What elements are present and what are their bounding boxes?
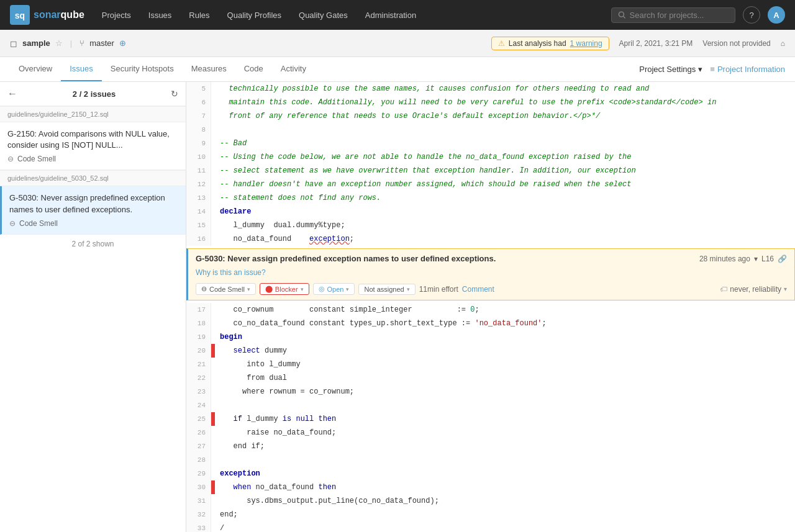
- code-line: 23 where rownum = co_rownum;: [186, 385, 795, 399]
- project-info-button[interactable]: ≡ Project Information: [710, 65, 785, 74]
- branch-add-icon[interactable]: ⊕: [119, 38, 126, 48]
- tags-icon: 🏷: [720, 285, 727, 294]
- nav-rules[interactable]: Rules: [181, 0, 217, 30]
- logo[interactable]: sq sonarqube: [10, 5, 84, 25]
- star-icon[interactable]: ☆: [55, 38, 63, 48]
- tags-section: 🏷 never, reliability ▾: [720, 285, 787, 294]
- nav-quality-profiles[interactable]: Quality Profiles: [220, 0, 289, 30]
- nav-quality-gates[interactable]: Quality Gates: [291, 0, 355, 30]
- issue-popup-title: G-5030: Never assign predefined exceptio…: [196, 254, 496, 263]
- code-line: 33/: [186, 521, 795, 532]
- issue-link-icon[interactable]: 🔗: [778, 255, 787, 263]
- status-icon: ◎: [319, 285, 325, 293]
- blocker-icon: ⬤: [265, 285, 273, 293]
- code-smell-icon-1: ⊖: [7, 155, 14, 163]
- tab-code[interactable]: Code: [235, 57, 272, 81]
- issue-title-2: G-5030: Never assign predefined exceptio…: [9, 192, 178, 215]
- sidebar-header: ← 2 / 2 issues ↻: [0, 82, 186, 106]
- code-line: 26 raise no_data_found;: [186, 426, 795, 440]
- svg-line-3: [624, 16, 625, 18]
- code-line: 18 co_no_data_found constant types_up.sh…: [186, 317, 795, 330]
- code-line: 28: [186, 453, 795, 467]
- status-chevron-icon: ▾: [346, 286, 349, 292]
- code-line: 25 if l_dummy is null then: [186, 412, 795, 426]
- code-line: 12-- handler doesn't have an exception n…: [186, 178, 795, 191]
- branch-icon: ⑂: [80, 38, 84, 48]
- code-line: 24: [186, 399, 795, 412]
- effort-text: 11min effort: [419, 285, 458, 294]
- assignee-chevron-icon: ▾: [407, 286, 410, 292]
- tab-measures[interactable]: Measures: [183, 57, 235, 81]
- tags-chevron-icon[interactable]: ▾: [784, 286, 787, 292]
- issue-popup-actions: ⊖ Code Smell ▾ ⬤ Blocker ▾ ◎ Open ▾ Not …: [188, 281, 794, 300]
- project-settings-button[interactable]: Project Settings ▾: [639, 65, 702, 74]
- chevron-down-icon[interactable]: ▾: [754, 255, 758, 263]
- issue-type-label-2: Code Smell: [19, 219, 58, 228]
- svg-text:sq: sq: [15, 11, 25, 20]
- code-line: 29exception: [186, 467, 795, 480]
- version-text: Version not provided: [702, 39, 770, 48]
- help-button[interactable]: ?: [743, 6, 760, 24]
- warning-link[interactable]: 1 warning: [570, 39, 602, 48]
- issue-type-label-1: Code Smell: [17, 155, 56, 163]
- code-line: 9-- Bad: [186, 137, 795, 150]
- issue-line-ref: L16: [761, 255, 774, 263]
- comment-button[interactable]: Comment: [462, 285, 494, 294]
- warning-text: Last analysis had: [509, 39, 566, 48]
- warning-badge: ⚠ Last analysis had 1 warning: [491, 37, 609, 50]
- nav-projects[interactable]: Projects: [94, 0, 139, 30]
- tab-overview[interactable]: Overview: [10, 57, 61, 81]
- back-button[interactable]: ←: [7, 88, 17, 99]
- project-icon: ◻: [10, 38, 17, 48]
- severity-chevron-icon: ▾: [301, 286, 304, 292]
- why-issue-link[interactable]: Why is this an issue?: [188, 268, 794, 281]
- code-line: 7 front of any reference that needs to u…: [186, 109, 795, 123]
- issue-file-2: guidelines/guideline_5030_52.sql: [0, 170, 186, 186]
- issue-popup: G-5030: Never assign predefined exceptio…: [186, 248, 795, 300]
- secondary-nav: Overview Issues Security Hotspots Measur…: [0, 57, 795, 82]
- list-item[interactable]: G-2150: Avoid comparisons with NULL valu…: [0, 122, 186, 170]
- user-avatar[interactable]: A: [768, 6, 785, 24]
- project-name[interactable]: sample: [22, 38, 50, 48]
- code-line: 11-- select statement as we have overwri…: [186, 164, 795, 178]
- code-line: 19begin: [186, 330, 795, 344]
- code-smell-icon-2: ⊖: [9, 219, 16, 228]
- project-header: ◻ sample ☆ | ⑂ master ⊕ ⚠ Last analysis …: [0, 30, 795, 57]
- main-layout: ← 2 / 2 issues ↻ guidelines/guideline_21…: [0, 82, 795, 532]
- issue-group-2: guidelines/guideline_5030_52.sql G-5030:…: [0, 170, 186, 234]
- code-line: 5 technically possible to use the same n…: [186, 82, 795, 96]
- project-header-right: ⚠ Last analysis had 1 warning April 2, 2…: [491, 37, 785, 50]
- code-line: 6 maintain this code. Additionally, you …: [186, 96, 795, 109]
- warning-icon: ⚠: [498, 39, 505, 48]
- home-icon[interactable]: ⌂: [781, 39, 785, 48]
- search-bar[interactable]: [611, 7, 735, 23]
- issue-meta-2: ⊖ Code Smell: [9, 219, 178, 228]
- status-pill[interactable]: ◎ Open ▾: [313, 283, 355, 295]
- issue-count: 2 / 2 issues: [73, 89, 116, 99]
- issue-time: 28 minutes ago: [699, 255, 750, 263]
- tab-activity[interactable]: Activity: [272, 57, 315, 81]
- nav-administration[interactable]: Administration: [358, 0, 424, 30]
- issue-popup-header: G-5030: Never assign predefined exceptio…: [188, 249, 794, 268]
- assignee-pill[interactable]: Not assigned ▾: [358, 284, 415, 295]
- code-smell-type-icon: ⊖: [201, 285, 207, 293]
- code-line: 32end;: [186, 508, 795, 521]
- code-line: 20 select dummy: [186, 344, 795, 358]
- severity-pill[interactable]: ⬤ Blocker ▾: [260, 283, 309, 295]
- code-line: 21 into l_dummy: [186, 358, 795, 371]
- nav-issues[interactable]: Issues: [141, 0, 179, 30]
- type-pill[interactable]: ⊖ Code Smell ▾: [196, 283, 256, 295]
- code-line: 31 sys.dbms_output.put_line(co_no_data_f…: [186, 494, 795, 508]
- search-input[interactable]: [630, 11, 729, 20]
- breadcrumb: ◻ sample ☆ | ⑂ master ⊕: [10, 38, 126, 48]
- code-line: 15 l_dummy dual.dummy%type;: [186, 219, 795, 232]
- code-line: 14declare: [186, 205, 795, 219]
- tab-issues[interactable]: Issues: [61, 57, 102, 81]
- code-line: 8: [186, 123, 795, 137]
- issue-title-1: G-2150: Avoid comparisons with NULL valu…: [7, 128, 178, 151]
- tab-bar: Overview Issues Security Hotspots Measur…: [10, 57, 315, 81]
- code-line: 30 when no_data_found then: [186, 480, 795, 494]
- list-item[interactable]: G-5030: Never assign predefined exceptio…: [0, 186, 186, 234]
- refresh-button[interactable]: ↻: [171, 89, 178, 99]
- tab-security-hotspots[interactable]: Security Hotspots: [102, 57, 183, 81]
